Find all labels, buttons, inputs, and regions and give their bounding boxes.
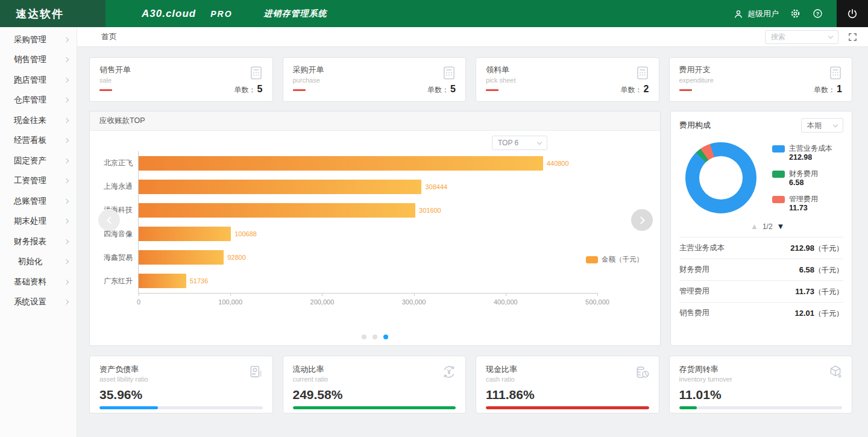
bar-value-label: 301600 bbox=[419, 207, 441, 214]
sidebar-item-4[interactable]: 仓库管理 bbox=[0, 90, 77, 111]
bar[interactable] bbox=[139, 156, 543, 171]
expense-item-value: 6.58（千元） bbox=[799, 264, 843, 275]
search-input[interactable]: 搜索 bbox=[765, 30, 838, 44]
sidebar-item-10[interactable]: 期末处理 bbox=[0, 212, 77, 232]
carousel-dots bbox=[90, 335, 660, 339]
stat-card-title: 采购开单 bbox=[293, 64, 456, 75]
header-actions: 超级用户 ? bbox=[733, 8, 823, 19]
sidebar-item-8[interactable]: 工资管理 bbox=[0, 171, 77, 192]
sidebar-item-label: 固定资产 bbox=[13, 156, 47, 166]
bar[interactable] bbox=[139, 250, 224, 265]
bar[interactable] bbox=[139, 203, 415, 218]
sidebar-item-5[interactable]: 现金往来 bbox=[0, 110, 77, 131]
donut-legend: 主营业务成本212.98财务费用6.58管理费用11.73 bbox=[772, 144, 832, 212]
bar[interactable] bbox=[139, 274, 186, 288]
stat-card-subtitle: expenditure bbox=[679, 77, 843, 84]
stat-card-accent-dash bbox=[99, 89, 112, 91]
expense-item-value: 11.73（千元） bbox=[795, 286, 843, 297]
gear-icon[interactable] bbox=[790, 8, 801, 19]
receivables-chart-title: 应收账款TOP bbox=[90, 112, 660, 131]
expense-list-row: 主营业务成本212.98（千元） bbox=[679, 237, 843, 259]
sidebar-item-12[interactable]: 初始化 bbox=[0, 252, 77, 272]
pager-up-icon[interactable]: ▲ bbox=[750, 222, 758, 231]
sidebar-item-label: 初始化 bbox=[13, 256, 47, 267]
stat-card-count: 单数：2 bbox=[621, 84, 649, 95]
calculator-icon bbox=[828, 65, 843, 81]
sidebar-item-9[interactable]: 总账管理 bbox=[0, 191, 77, 212]
period-select[interactable]: 本期 bbox=[801, 118, 843, 133]
sidebar-item-label: 现金往来 bbox=[13, 115, 47, 126]
fullscreen-icon[interactable] bbox=[848, 33, 857, 42]
expense-item-name: 管理费用 bbox=[679, 286, 709, 297]
expense-panel: 费用构成 本期 主营业务成本212.98财务费用6.58管理费用11.73 ▲ … bbox=[670, 111, 852, 346]
pager-down-icon[interactable]: ▼ bbox=[777, 222, 785, 231]
refresh-yen-icon bbox=[441, 364, 457, 380]
legend-item-name: 主营业务成本 bbox=[789, 144, 832, 153]
sidebar-item-14[interactable]: 系统设置 bbox=[0, 292, 77, 313]
bar[interactable] bbox=[139, 180, 421, 194]
stat-count-label: 单数： bbox=[814, 86, 835, 94]
carousel-dot-1[interactable] bbox=[362, 335, 366, 339]
stat-count-value: 2 bbox=[644, 84, 649, 94]
ratio-card: 存货周转率inventory turnover11.01% bbox=[669, 356, 853, 413]
sidebar-item-6[interactable]: 经营看板 bbox=[0, 131, 77, 151]
main-area: 首页 搜索 销售开单sale单数：5采购开单purchase单数：5领料单pic… bbox=[77, 27, 868, 437]
app-logo[interactable]: 速达软件 bbox=[0, 0, 105, 27]
carousel-dot-2[interactable] bbox=[373, 335, 377, 339]
carousel-prev-button[interactable] bbox=[98, 209, 120, 231]
ratio-card: 资产负债率asset libility ratio35.96% bbox=[89, 356, 273, 413]
legend-texts: 管理费用11.73 bbox=[789, 195, 818, 212]
top-filter-select[interactable]: TOP 6 bbox=[492, 136, 547, 150]
bar-value-label: 92800 bbox=[227, 254, 246, 261]
donut-legend-item[interactable]: 管理费用11.73 bbox=[772, 195, 832, 212]
logout-button[interactable] bbox=[837, 0, 868, 27]
expense-value-number: 11.73 bbox=[795, 287, 814, 296]
sidebar-item-2[interactable]: 销售管理 bbox=[0, 50, 77, 71]
user-icon[interactable] bbox=[733, 8, 744, 19]
help-icon[interactable]: ? bbox=[812, 8, 823, 19]
donut-legend-item[interactable]: 财务费用6.58 bbox=[772, 169, 832, 187]
bar-chart-plot: 北京正飞440800上海永通308444洪海科技301600四海音像100688… bbox=[138, 151, 597, 294]
legend-item-name: 管理费用 bbox=[789, 195, 818, 204]
ratio-card: 流动比率current ratio249.58% bbox=[283, 356, 467, 413]
stat-card-count: 单数：1 bbox=[814, 84, 842, 95]
bar[interactable] bbox=[139, 227, 231, 241]
sidebar-item-label: 工资管理 bbox=[13, 175, 47, 186]
sidebar-item-label: 基础资料 bbox=[13, 277, 47, 288]
chevron-right-icon bbox=[64, 98, 69, 102]
top-filter-value: TOP 6 bbox=[498, 139, 518, 147]
stat-card-accent-dash bbox=[486, 89, 498, 91]
legend-texts: 主营业务成本212.98 bbox=[789, 144, 832, 162]
breadcrumb-bar: 首页 搜索 bbox=[77, 27, 868, 47]
legend-item-value: 11.73 bbox=[789, 204, 818, 212]
bar-category-label: 广东红升 bbox=[104, 276, 133, 286]
breadcrumb-home-tab[interactable]: 首页 bbox=[101, 31, 117, 42]
progress-fill bbox=[99, 406, 158, 409]
cube-icon bbox=[828, 364, 843, 380]
current-user[interactable]: 超级用户 bbox=[747, 8, 779, 19]
system-name: 进销存管理系统 bbox=[264, 8, 327, 19]
bar-value-label: 100688 bbox=[234, 230, 257, 237]
sidebar-item-3[interactable]: 跑店管理 bbox=[0, 70, 77, 90]
sidebar-item-7[interactable]: 固定资产 bbox=[0, 151, 77, 171]
bar-chart-row: 洪海科技301600 bbox=[139, 198, 597, 222]
donut-legend-item[interactable]: 主营业务成本212.98 bbox=[772, 144, 832, 162]
x-axis-tick-mark bbox=[414, 293, 415, 296]
bar-chart-row: 四海音像100688 bbox=[139, 222, 597, 246]
x-axis-tick-mark bbox=[139, 293, 139, 296]
sidebar-item-1[interactable]: 采购管理 bbox=[0, 30, 77, 50]
bar-chart-legend[interactable]: 金额（千元） bbox=[586, 255, 643, 264]
coins-icon bbox=[635, 364, 650, 380]
sidebar-item-11[interactable]: 财务报表 bbox=[0, 231, 77, 252]
sidebar-item-13[interactable]: 基础资料 bbox=[0, 272, 77, 292]
chevron-down-icon bbox=[537, 139, 542, 144]
expense-list-row: 销售费用12.01（千元） bbox=[679, 302, 843, 324]
bar-category-label: 上海永通 bbox=[104, 181, 133, 192]
x-axis-tick-mark bbox=[597, 293, 598, 296]
carousel-dot-3[interactable] bbox=[383, 335, 388, 339]
expense-header: 费用构成 本期 bbox=[671, 112, 852, 133]
carousel-next-button[interactable] bbox=[631, 209, 653, 231]
stat-count-value: 5 bbox=[257, 84, 263, 94]
expense-value-unit: （千元） bbox=[814, 266, 843, 274]
x-axis-tick-label: 400,000 bbox=[494, 298, 518, 306]
